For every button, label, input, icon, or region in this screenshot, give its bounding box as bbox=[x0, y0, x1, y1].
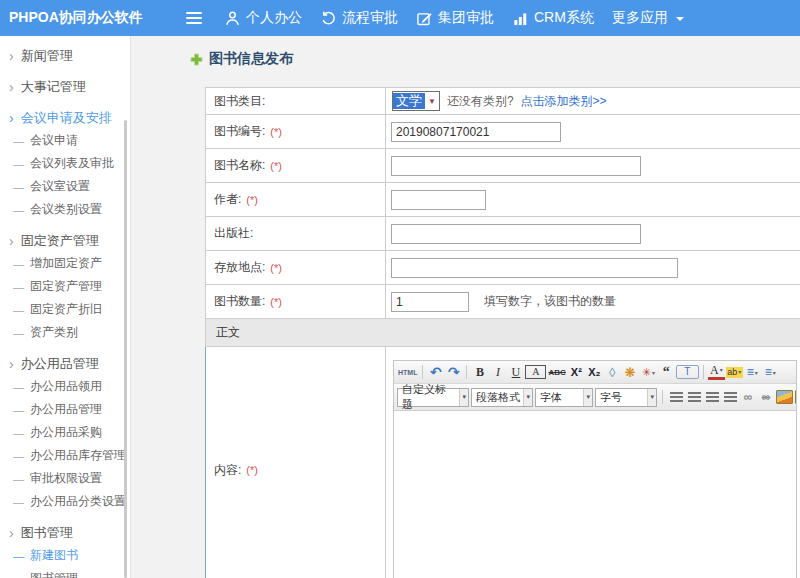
required-mark: (*) bbox=[270, 126, 282, 138]
add-category-link[interactable]: 点击添加类别>> bbox=[521, 93, 607, 110]
publisher-input[interactable] bbox=[391, 224, 641, 244]
sidebar-item-label: 办公用品分类设置 bbox=[30, 493, 126, 510]
align-justify-button[interactable] bbox=[722, 388, 738, 406]
form-field-cell: 填写数字，该图书的数量 bbox=[386, 285, 800, 318]
sidebar-item-18[interactable]: —审批权限设置 bbox=[0, 467, 130, 490]
font-family-select[interactable]: 字体▾ bbox=[535, 388, 593, 407]
sidebar-item-13[interactable]: ›办公用品管理 bbox=[0, 352, 130, 375]
online-image-button[interactable] bbox=[795, 388, 796, 406]
menu-toggle-button[interactable] bbox=[186, 12, 202, 26]
dash-icon: — bbox=[13, 404, 24, 416]
sidebar-item-12[interactable]: —资产类别 bbox=[0, 321, 130, 344]
caret-down-icon: ▾ bbox=[583, 389, 592, 406]
dash-icon: — bbox=[13, 204, 24, 216]
required-mark: (*) bbox=[270, 262, 282, 274]
sidebar-item-22[interactable]: —图书管理 bbox=[0, 567, 130, 578]
required-mark: (*) bbox=[270, 296, 282, 308]
caret-down-icon: ▾ bbox=[652, 369, 655, 376]
book-quantity-input[interactable] bbox=[391, 292, 469, 312]
storage-location-input[interactable] bbox=[391, 258, 678, 278]
superscript-button[interactable]: X² bbox=[568, 364, 585, 381]
page-title: 图书信息发布 bbox=[209, 50, 293, 68]
paint-format-button[interactable]: ✳▾ bbox=[640, 364, 657, 381]
book-name-input[interactable] bbox=[391, 156, 641, 176]
field-label: 作者: bbox=[214, 191, 241, 208]
editor-cell: HTML↶↷BIUAABCX²X₂◊❋✳▾“TA▾ab▾≡▾≡▾ 自定义标题▾段… bbox=[386, 347, 800, 578]
required-mark: (*) bbox=[246, 464, 258, 476]
bold-button[interactable]: B bbox=[471, 364, 488, 381]
sidebar-item-9[interactable]: —增加固定资产 bbox=[0, 252, 130, 275]
custom-style-select[interactable]: 自定义标题▾ bbox=[397, 388, 469, 407]
top-bar: PHPOA协同办公软件 个人办公流程审批集团审批CRM系统更多应用 bbox=[0, 0, 800, 36]
underline-button[interactable]: U bbox=[507, 364, 524, 381]
caret-down-icon: ▾ bbox=[523, 389, 532, 406]
clean-format-button[interactable]: ❋ bbox=[622, 364, 639, 381]
align-left-button[interactable] bbox=[668, 388, 684, 406]
book-category-select[interactable]: 文学▼ bbox=[392, 91, 440, 111]
sidebar-item-label: 会议申请 bbox=[30, 132, 78, 149]
sidebar-item-label: 审批权限设置 bbox=[30, 470, 102, 487]
sidebar-item-8[interactable]: ›固定资产管理 bbox=[0, 229, 130, 252]
insert-image-button[interactable] bbox=[776, 388, 793, 406]
italic-button[interactable]: I bbox=[489, 364, 506, 381]
field-label: 图书类目: bbox=[214, 93, 265, 110]
sidebar-item-3[interactable]: ›会议申请及安排 bbox=[0, 106, 130, 129]
topnav-item-2[interactable]: 流程审批 bbox=[320, 9, 398, 27]
html-source-button[interactable]: HTML bbox=[397, 364, 418, 381]
subscript-button[interactable]: X₂ bbox=[586, 364, 603, 381]
undo-button[interactable]: ↶ bbox=[427, 364, 444, 381]
font-color-button[interactable]: A▾ bbox=[708, 364, 725, 380]
book-number-input[interactable] bbox=[391, 122, 561, 142]
chevron-right-icon: › bbox=[9, 234, 14, 248]
sidebar-item-21[interactable]: —新建图书 bbox=[0, 544, 130, 567]
sidebar-item-4[interactable]: —会议申请 bbox=[0, 129, 130, 152]
eraser-button[interactable]: ◊ bbox=[604, 364, 621, 381]
topnav-item-3[interactable]: 集团审批 bbox=[416, 9, 494, 27]
ordered-list-button[interactable]: ≡▾ bbox=[744, 364, 761, 381]
topnav-item-4[interactable]: CRM系统 bbox=[512, 9, 594, 27]
required-mark: (*) bbox=[246, 194, 258, 206]
sidebar-item-16[interactable]: —办公用品采购 bbox=[0, 421, 130, 444]
sidebar-item-10[interactable]: —固定资产管理 bbox=[0, 275, 130, 298]
redo-button[interactable]: ↷ bbox=[445, 364, 462, 381]
sidebar-item-20[interactable]: ›图书管理 bbox=[0, 521, 130, 544]
link-icon: ∞ bbox=[744, 390, 753, 404]
strikethrough-button[interactable]: ABC bbox=[547, 364, 566, 381]
form-row-2: 图书编号:(*) bbox=[205, 115, 800, 149]
sidebar-item-7[interactable]: —会议类别设置 bbox=[0, 198, 130, 221]
blockquote-button[interactable]: “ bbox=[658, 364, 675, 381]
form-label-cell: 图书编号:(*) bbox=[206, 115, 386, 148]
paragraph-format-select[interactable]: 段落格式▾ bbox=[471, 388, 533, 407]
sidebar-item-label: 新建图书 bbox=[30, 547, 78, 564]
sidebar-item-11[interactable]: —固定资产折旧 bbox=[0, 298, 130, 321]
section-header-label: 正文 bbox=[216, 324, 240, 341]
align-right-button[interactable] bbox=[704, 388, 720, 406]
sidebar-item-6[interactable]: —会议室设置 bbox=[0, 175, 130, 198]
toolbar-row-1: HTML↶↷BIUAABCX²X₂◊❋✳▾“TA▾ab▾≡▾≡▾ bbox=[394, 361, 796, 384]
sidebar-item-14[interactable]: —办公用品领用 bbox=[0, 375, 130, 398]
align-center-button[interactable] bbox=[686, 388, 702, 406]
dash-icon: — bbox=[13, 573, 24, 578]
online-image-icon bbox=[795, 390, 796, 404]
topnav-item-5[interactable]: 更多应用 bbox=[612, 9, 684, 27]
sidebar-item-17[interactable]: —办公用品库存管理 bbox=[0, 444, 130, 467]
sidebar-item-19[interactable]: —办公用品分类设置 bbox=[0, 490, 130, 513]
sidebar-scrollbar[interactable] bbox=[124, 120, 127, 578]
link-button[interactable]: ∞ bbox=[740, 388, 756, 406]
form-field-cell bbox=[386, 115, 800, 148]
sidebar-item-15[interactable]: —办公用品管理 bbox=[0, 398, 130, 421]
author-input[interactable] bbox=[391, 190, 486, 210]
sidebar-item-5[interactable]: —会议列表及审批 bbox=[0, 152, 130, 175]
topnav-item-1[interactable]: 个人办公 bbox=[224, 9, 302, 27]
unlink-button[interactable]: ∞ bbox=[758, 388, 774, 406]
unordered-list-button[interactable]: ≡▾ bbox=[762, 364, 779, 381]
editor-content-area[interactable] bbox=[394, 411, 796, 578]
form-label-cell: 图书数量:(*) bbox=[206, 285, 386, 318]
sidebar-item-2[interactable]: ›大事记管理 bbox=[0, 75, 130, 98]
highlight-color-button[interactable]: ab▾ bbox=[726, 367, 743, 378]
paste-text-button[interactable]: T bbox=[676, 365, 699, 379]
sidebar-item-1[interactable]: ›新闻管理 bbox=[0, 44, 130, 67]
char-border-button[interactable]: A bbox=[525, 365, 546, 379]
form-row-6: 存放地点:(*) bbox=[205, 251, 800, 285]
font-size-select[interactable]: 字号▾ bbox=[595, 388, 657, 407]
